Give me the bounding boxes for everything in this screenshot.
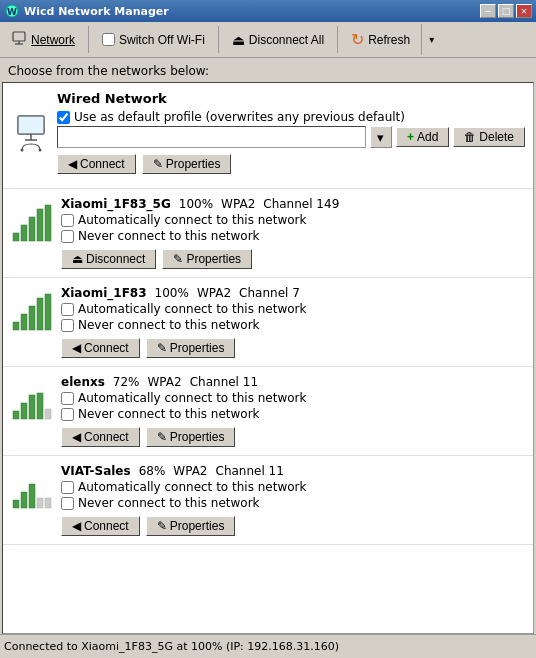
primary-action-button-2[interactable]: ◀ Connect — [61, 427, 140, 447]
properties-icon-3: ✎ — [157, 519, 167, 533]
network-strength-3: 68% — [139, 464, 166, 478]
svg-rect-25 — [45, 409, 51, 419]
svg-rect-24 — [37, 393, 43, 419]
profile-row: wired-default ▾ + Add 🗑 Delete — [57, 126, 525, 148]
primary-action-icon-2: ◀ — [72, 430, 81, 444]
svg-rect-13 — [29, 217, 35, 241]
network-security-0: WPA2 — [221, 197, 255, 211]
profile-dropdown-button[interactable]: ▾ — [370, 126, 392, 148]
wired-properties-button[interactable]: ✎ Properties — [142, 154, 232, 174]
minimize-button[interactable]: − — [480, 4, 496, 18]
svg-rect-27 — [21, 492, 27, 508]
window-title: Wicd Network Manager — [24, 5, 480, 18]
never-connect-label-3: Never connect to this network — [78, 496, 260, 510]
never-connect-checkbox-2[interactable] — [61, 408, 74, 421]
network-name-3: VIAT-Sales — [61, 464, 131, 478]
properties-label-1: Properties — [170, 341, 225, 355]
never-connect-checkbox-3[interactable] — [61, 497, 74, 510]
auto-connect-checkbox-0[interactable] — [61, 214, 74, 227]
network-label: Network — [31, 33, 75, 47]
network-name-0: Xiaomi_1F83_5G — [61, 197, 171, 211]
wireless-network-section-0: Xiaomi_1F83_5G 100% WPA2 Channel 149 Aut… — [3, 189, 533, 278]
connect-icon: ◀ — [68, 157, 77, 171]
main-content: Choose from the networks below: — [0, 58, 536, 634]
wired-network-section: Wired Network Use as default profile (ov… — [3, 83, 533, 189]
network-main-0: Xiaomi_1F83_5G 100% WPA2 Channel 149 Aut… — [11, 197, 525, 269]
wired-row: Wired Network Use as default profile (ov… — [11, 91, 525, 174]
default-profile-label: Use as default profile (overwrites any p… — [74, 110, 405, 124]
network-btn-row-3: ◀ Connect ✎ Properties — [61, 516, 525, 536]
svg-rect-26 — [13, 500, 19, 508]
maximize-button[interactable]: □ — [498, 4, 514, 18]
network-strength-1: 100% — [155, 286, 189, 300]
auto-connect-checkbox-1[interactable] — [61, 303, 74, 316]
networks-scroll-area[interactable]: Wired Network Use as default profile (ov… — [2, 82, 534, 634]
network-info-1: Xiaomi_1F83 100% WPA2 Channel 7 — [61, 286, 525, 300]
default-profile-row: Use as default profile (overwrites any p… — [57, 110, 525, 124]
delete-profile-button[interactable]: 🗑 Delete — [453, 127, 525, 147]
auto-connect-label-1: Automatically connect to this network — [78, 302, 306, 316]
network-security-3: WPA2 — [173, 464, 207, 478]
signal-area-3 — [11, 464, 53, 510]
auto-connect-checkbox-2[interactable] — [61, 392, 74, 405]
signal-bars-3 — [11, 466, 53, 510]
close-button[interactable]: × — [516, 4, 532, 18]
network-details-1: Xiaomi_1F83 100% WPA2 Channel 7 Automati… — [61, 286, 525, 358]
primary-action-label-3: Connect — [84, 519, 129, 533]
never-connect-row-3: Never connect to this network — [61, 496, 525, 510]
svg-rect-18 — [29, 306, 35, 330]
svg-point-9 — [21, 148, 24, 151]
properties-button-2[interactable]: ✎ Properties — [146, 427, 236, 447]
network-details-0: Xiaomi_1F83_5G 100% WPA2 Channel 149 Aut… — [61, 197, 525, 269]
svg-rect-28 — [29, 484, 35, 508]
toolbar-dropdown-button[interactable]: ▾ — [421, 24, 441, 55]
auto-connect-row-3: Automatically connect to this network — [61, 480, 525, 494]
default-profile-checkbox[interactable] — [57, 111, 70, 124]
signal-area-2 — [11, 375, 53, 421]
never-connect-checkbox-1[interactable] — [61, 319, 74, 332]
auto-connect-checkbox-3[interactable] — [61, 481, 74, 494]
signal-bars-2 — [11, 377, 53, 421]
wired-connect-button[interactable]: ◀ Connect — [57, 154, 136, 174]
svg-rect-20 — [45, 294, 51, 330]
switch-wifi-button[interactable]: Switch Off Wi-Fi — [93, 24, 214, 55]
network-details-3: VIAT-Sales 68% WPA2 Channel 11 Automatic… — [61, 464, 525, 536]
auto-connect-row-0: Automatically connect to this network — [61, 213, 525, 227]
properties-label-0: Properties — [186, 252, 241, 266]
never-connect-checkbox-0[interactable] — [61, 230, 74, 243]
primary-action-icon-0: ⏏ — [72, 252, 83, 266]
wired-title: Wired Network — [57, 91, 525, 106]
primary-action-label-2: Connect — [84, 430, 129, 444]
plus-icon: + — [407, 130, 414, 144]
network-menu-button[interactable]: Network — [2, 24, 84, 55]
primary-action-button-3[interactable]: ◀ Connect — [61, 516, 140, 536]
profile-input[interactable]: wired-default — [57, 126, 366, 148]
primary-action-button-1[interactable]: ◀ Connect — [61, 338, 140, 358]
statusbar: Connected to Xiaomi_1F83_5G at 100% (IP:… — [0, 634, 536, 658]
auto-connect-row-1: Automatically connect to this network — [61, 302, 525, 316]
auto-connect-label-0: Automatically connect to this network — [78, 213, 306, 227]
network-channel-0: Channel 149 — [263, 197, 339, 211]
svg-rect-21 — [13, 411, 19, 419]
auto-connect-label-3: Automatically connect to this network — [78, 480, 306, 494]
svg-rect-29 — [37, 498, 43, 508]
properties-label-3: Properties — [170, 519, 225, 533]
add-profile-button[interactable]: + Add — [396, 127, 449, 147]
wireless-networks-list: Xiaomi_1F83_5G 100% WPA2 Channel 149 Aut… — [3, 189, 533, 545]
network-btn-row-0: ⏏ Disconnect ✎ Properties — [61, 249, 525, 269]
never-connect-label-1: Never connect to this network — [78, 318, 260, 332]
disconnect-all-button[interactable]: ⏏ Disconnect All — [223, 24, 333, 55]
properties-button-1[interactable]: ✎ Properties — [146, 338, 236, 358]
wireless-network-section-2: elenxs 72% WPA2 Channel 11 Automatically… — [3, 367, 533, 456]
properties-button-0[interactable]: ✎ Properties — [162, 249, 252, 269]
svg-rect-12 — [21, 225, 27, 241]
never-connect-row-2: Never connect to this network — [61, 407, 525, 421]
chevron-down-icon: ▾ — [429, 34, 434, 45]
primary-action-button-0[interactable]: ⏏ Disconnect — [61, 249, 156, 269]
properties-button-3[interactable]: ✎ Properties — [146, 516, 236, 536]
wifi-toggle-checkbox[interactable] — [102, 33, 115, 46]
svg-rect-15 — [45, 205, 51, 241]
refresh-button[interactable]: ↻ Refresh — [342, 24, 419, 55]
properties-icon: ✎ — [153, 157, 163, 171]
svg-rect-30 — [45, 498, 51, 508]
